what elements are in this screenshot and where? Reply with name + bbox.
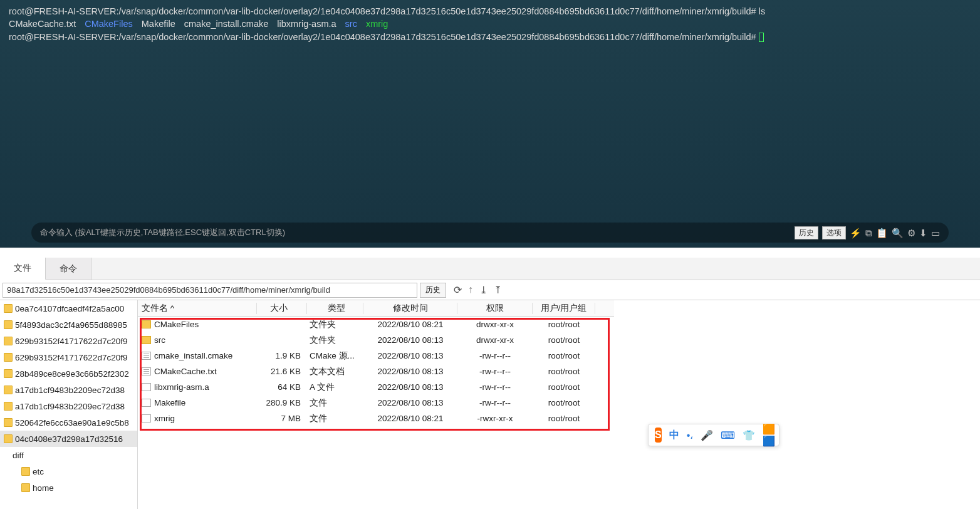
file-user: root/root: [533, 367, 595, 376]
tree-label: 5f4893dac3c2f4a9655d88985: [15, 320, 127, 330]
file-perm: drwxr-xr-x: [457, 335, 533, 345]
file-type: 文件夹: [307, 319, 363, 330]
file-icon: [142, 399, 151, 407]
ime-skin-icon[interactable]: 👕: [743, 429, 755, 441]
ls-item: src: [345, 18, 357, 30]
splitter[interactable]: [0, 248, 980, 258]
file-name: src: [154, 335, 165, 345]
upload-icon[interactable]: ⤒: [494, 284, 502, 296]
tree-node[interactable]: diff: [0, 447, 137, 463]
file-icon: [142, 383, 151, 391]
tree-node[interactable]: 629b93152f41717622d7c20f9: [0, 333, 137, 349]
terminal-prompt: root@FRESH-AI-SERVER:/var/snap/docker/co…: [9, 6, 756, 16]
header-type[interactable]: 类型: [307, 303, 363, 314]
file-size: 7 MB: [257, 414, 307, 423]
table-row[interactable]: CMakeCache.txt21.6 KB文本文档2022/08/10 08:1…: [138, 364, 614, 379]
file-perm: drwxr-xr-x: [457, 320, 533, 329]
ime-voice-icon[interactable]: 🎤: [701, 429, 713, 441]
refresh-icon[interactable]: ⟳: [454, 284, 462, 296]
header-user[interactable]: 用户/用户组: [533, 303, 595, 314]
file-time: 2022/08/10 08:13: [363, 367, 457, 376]
command-input-bar[interactable]: 命令输入 (按ALT键提示历史,TAB键路径,ESC键返回,双击CTRL切换) …: [31, 223, 949, 243]
ime-punct-icon[interactable]: •،: [687, 429, 694, 441]
file-icon: [142, 320, 151, 328]
up-icon[interactable]: ↑: [468, 284, 473, 296]
ls-item: xmrig: [366, 18, 388, 30]
folder-icon: [4, 353, 13, 362]
tree-node[interactable]: 28b489ce8ce9e3c66b52f2302: [0, 365, 137, 382]
table-row[interactable]: Makefile280.9 KB文件2022/08/10 08:13-rw-r-…: [138, 395, 614, 411]
file-name: libxmrig-asm.a: [154, 382, 209, 392]
tree-node[interactable]: a17db1cf9483b2209ec72d38: [0, 382, 137, 398]
file-name: cmake_install.cmake: [154, 351, 232, 360]
header-time[interactable]: 修改时间: [363, 303, 457, 314]
folder-icon: [4, 320, 13, 329]
file-name: Makefile: [154, 398, 185, 407]
ime-keyboard-icon[interactable]: ⌨: [721, 429, 735, 441]
ime-lang[interactable]: 中: [669, 429, 679, 442]
download-icon[interactable]: ⬇: [919, 226, 927, 239]
ime-logo-icon[interactable]: S: [655, 428, 662, 443]
ls-item: CMakeFiles: [85, 18, 133, 30]
tree-node[interactable]: 629b93152f41717622d7c20f9: [0, 349, 137, 365]
file-type: 文件: [307, 397, 363, 409]
folder-tree[interactable]: 0ea7c4107dfcaedf4f2a5ac005f4893dac3c2f4a…: [0, 300, 138, 509]
folder-icon: [21, 467, 30, 476]
file-name: CMakeCache.txt: [154, 367, 217, 376]
ls-item: cmake_install.cmake: [184, 18, 269, 30]
tree-node[interactable]: 04c0408e37d298a17d32516: [0, 431, 137, 447]
header-size[interactable]: 大小: [257, 303, 307, 314]
ls-item: libxmrig-asm.a: [277, 18, 336, 30]
ime-toolbar[interactable]: S 中 •، 🎤 ⌨ 👕 🟧🟦: [648, 424, 779, 446]
bolt-icon[interactable]: ⚡: [850, 226, 862, 239]
paste-icon[interactable]: 📋: [876, 226, 888, 239]
file-time: 2022/08/10 08:21: [363, 320, 457, 329]
tree-node[interactable]: etc: [0, 463, 137, 480]
tree-label: a17db1cf9483b2209ec72d38: [15, 402, 125, 411]
ls-output: CMakeCache.txtCMakeFilesMakefilecmake_in…: [9, 18, 971, 30]
file-user: root/root: [533, 335, 595, 345]
folder-icon: [4, 434, 13, 443]
search-icon[interactable]: 🔍: [892, 226, 904, 239]
tab-command[interactable]: 命令: [46, 258, 91, 280]
tree-node[interactable]: 0ea7c4107dfcaedf4f2a5ac00: [0, 300, 137, 317]
folder-icon: [21, 483, 30, 492]
maximize-icon[interactable]: ▭: [931, 226, 940, 239]
table-row[interactable]: src文件夹2022/08/10 08:13drwxr-xr-xroot/roo…: [138, 332, 614, 348]
file-time: 2022/08/10 08:13: [363, 398, 457, 407]
header-name[interactable]: 文件名 ^: [138, 303, 257, 314]
table-row[interactable]: xmrig7 MB文件2022/08/10 08:21-rwxr-xr-xroo…: [138, 411, 614, 426]
file-type: 文件: [307, 413, 363, 424]
copy-icon[interactable]: ⧉: [865, 226, 872, 239]
tree-label: 0ea7c4107dfcaedf4f2a5ac00: [15, 304, 124, 313]
history-button[interactable]: 历史: [795, 226, 818, 239]
tree-label: 04c0408e37d298a17d32516: [15, 434, 123, 444]
tree-node[interactable]: 5f4893dac3c2f4a9655d88985: [0, 317, 137, 333]
file-name: xmrig: [154, 414, 175, 423]
tree-node[interactable]: 520642fe6cc63ae90a1e9c5b8: [0, 414, 137, 431]
download-icon-2[interactable]: ⤓: [479, 284, 487, 296]
tree-node[interactable]: a17db1cf9483b2209ec72d38: [0, 398, 137, 414]
table-row[interactable]: CMakeFiles文件夹2022/08/10 08:21drwxr-xr-xr…: [138, 317, 614, 332]
terminal[interactable]: root@FRESH-AI-SERVER:/var/snap/docker/co…: [0, 0, 980, 248]
table-row[interactable]: cmake_install.cmake1.9 KBCMake 源...2022/…: [138, 348, 614, 364]
tree-label: a17db1cf9483b2209ec72d38: [15, 386, 125, 395]
path-input[interactable]: [3, 283, 417, 298]
file-icon: [142, 367, 151, 375]
tree-label: 629b93152f41717622d7c20f9: [15, 337, 127, 346]
path-history-button[interactable]: 历史: [420, 283, 446, 298]
table-row[interactable]: libxmrig-asm.a64 KBA 文件2022/08/10 08:13-…: [138, 379, 614, 395]
ime-menu-icon[interactable]: 🟧🟦: [763, 423, 775, 447]
file-icon: [142, 352, 151, 360]
options-button[interactable]: 选项: [822, 226, 846, 239]
tree-node[interactable]: home: [0, 480, 137, 496]
terminal-command: ls: [759, 6, 765, 16]
header-perm[interactable]: 权限: [457, 303, 533, 314]
gear-icon[interactable]: ⚙: [907, 226, 915, 239]
file-table-header: 文件名 ^ 大小 类型 修改时间 权限 用户/用户组: [138, 300, 614, 317]
folder-icon: [4, 386, 13, 394]
folder-icon: [4, 304, 13, 313]
file-perm: -rw-r--r--: [457, 367, 533, 376]
tab-file[interactable]: 文件: [0, 258, 46, 280]
folder-icon: [4, 369, 13, 378]
